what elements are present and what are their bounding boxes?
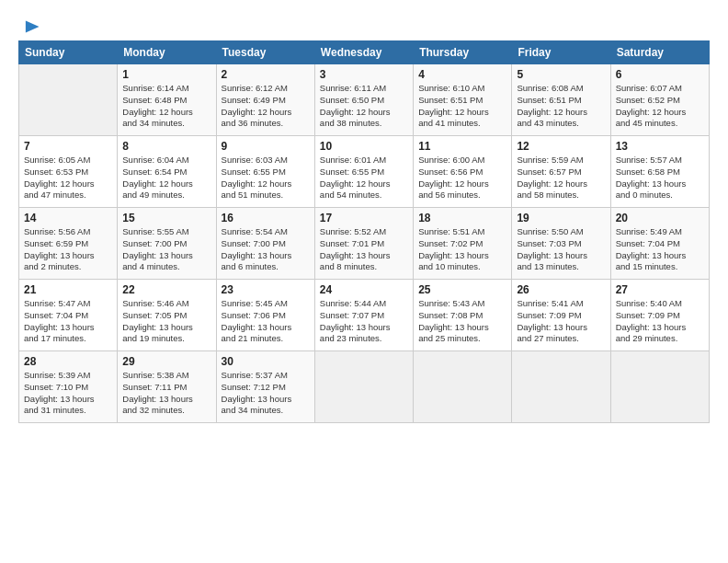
calendar-cell: 21Sunrise: 5:47 AM Sunset: 7:04 PM Dayli…: [19, 280, 118, 351]
calendar-cell: 8Sunrise: 6:04 AM Sunset: 6:54 PM Daylig…: [118, 136, 216, 208]
calendar-cell: 1Sunrise: 6:14 AM Sunset: 6:48 PM Daylig…: [118, 64, 216, 136]
day-number: 30: [222, 355, 310, 368]
day-info: Sunrise: 5:50 AM Sunset: 7:03 PM Dayligh…: [517, 226, 605, 273]
day-number: 26: [517, 283, 605, 296]
svg-marker-0: [26, 20, 40, 32]
day-number: 15: [122, 212, 210, 224]
day-info: Sunrise: 5:55 AM Sunset: 7:00 PM Dayligh…: [122, 226, 210, 273]
calendar-cell: 23Sunrise: 5:45 AM Sunset: 7:06 PM Dayli…: [216, 280, 314, 351]
day-number: 10: [320, 140, 408, 153]
day-info: Sunrise: 6:05 AM Sunset: 6:53 PM Dayligh…: [24, 155, 112, 201]
day-number: 1: [122, 68, 210, 81]
calendar-cell: 27Sunrise: 5:40 AM Sunset: 7:09 PM Dayli…: [610, 280, 709, 351]
calendar-cell: 9Sunrise: 6:03 AM Sunset: 6:55 PM Daylig…: [216, 136, 314, 208]
day-number: 8: [122, 140, 210, 153]
day-info: Sunrise: 5:57 AM Sunset: 6:58 PM Dayligh…: [616, 155, 704, 201]
day-info: Sunrise: 5:44 AM Sunset: 7:07 PM Dayligh…: [320, 298, 408, 345]
day-number: 14: [24, 212, 112, 224]
day-number: 21: [24, 283, 112, 296]
day-info: Sunrise: 5:54 AM Sunset: 7:00 PM Dayligh…: [222, 226, 310, 273]
day-info: Sunrise: 6:11 AM Sunset: 6:50 PM Dayligh…: [320, 83, 408, 130]
calendar-table: SundayMondayTuesdayWednesdayThursdayFrid…: [18, 40, 710, 423]
day-info: Sunrise: 5:47 AM Sunset: 7:04 PM Dayligh…: [24, 298, 112, 345]
day-number: 4: [418, 68, 506, 81]
page: SundayMondayTuesdayWednesdayThursdayFrid…: [0, 0, 728, 432]
day-info: Sunrise: 6:07 AM Sunset: 6:52 PM Dayligh…: [616, 83, 704, 130]
calendar-cell: 30Sunrise: 5:37 AM Sunset: 7:12 PM Dayli…: [216, 351, 314, 423]
day-header-wednesday: Wednesday: [314, 41, 413, 64]
day-number: 2: [222, 68, 310, 81]
calendar-cell: [414, 351, 512, 423]
day-info: Sunrise: 6:03 AM Sunset: 6:55 PM Dayligh…: [222, 155, 310, 201]
day-number: 5: [517, 68, 605, 81]
day-number: 17: [320, 212, 408, 224]
calendar-cell: 19Sunrise: 5:50 AM Sunset: 7:03 PM Dayli…: [512, 208, 610, 280]
calendar-cell: 29Sunrise: 5:38 AM Sunset: 7:11 PM Dayli…: [118, 351, 216, 423]
day-info: Sunrise: 6:08 AM Sunset: 6:51 PM Dayligh…: [517, 83, 605, 130]
day-info: Sunrise: 5:49 AM Sunset: 7:04 PM Dayligh…: [616, 226, 704, 273]
calendar-cell: [610, 351, 709, 423]
calendar-cell: 24Sunrise: 5:44 AM Sunset: 7:07 PM Dayli…: [314, 280, 413, 351]
day-info: Sunrise: 6:12 AM Sunset: 6:49 PM Dayligh…: [222, 83, 310, 130]
day-header-tuesday: Tuesday: [216, 41, 314, 64]
calendar-cell: 3Sunrise: 6:11 AM Sunset: 6:50 PM Daylig…: [314, 64, 413, 136]
day-number: 16: [222, 212, 310, 224]
day-number: 25: [418, 283, 506, 296]
day-number: 3: [320, 68, 408, 81]
day-number: 24: [320, 283, 408, 296]
day-info: Sunrise: 6:10 AM Sunset: 6:51 PM Dayligh…: [418, 83, 506, 130]
day-info: Sunrise: 6:00 AM Sunset: 6:56 PM Dayligh…: [418, 155, 506, 201]
day-info: Sunrise: 6:14 AM Sunset: 6:48 PM Dayligh…: [122, 83, 210, 130]
calendar-cell: 20Sunrise: 5:49 AM Sunset: 7:04 PM Dayli…: [610, 208, 709, 280]
calendar-cell: 7Sunrise: 6:05 AM Sunset: 6:53 PM Daylig…: [19, 136, 118, 208]
logo: [18, 17, 40, 33]
day-info: Sunrise: 6:04 AM Sunset: 6:54 PM Dayligh…: [122, 155, 210, 201]
day-header-saturday: Saturday: [610, 41, 709, 64]
calendar-cell: 4Sunrise: 6:10 AM Sunset: 6:51 PM Daylig…: [414, 64, 512, 136]
calendar-cell: 28Sunrise: 5:39 AM Sunset: 7:10 PM Dayli…: [19, 351, 118, 423]
day-header-thursday: Thursday: [414, 41, 512, 64]
day-info: Sunrise: 5:43 AM Sunset: 7:08 PM Dayligh…: [418, 298, 506, 345]
calendar-cell: 25Sunrise: 5:43 AM Sunset: 7:08 PM Dayli…: [414, 280, 512, 351]
day-number: 9: [222, 140, 310, 153]
calendar-cell: 6Sunrise: 6:07 AM Sunset: 6:52 PM Daylig…: [610, 64, 709, 136]
day-info: Sunrise: 5:41 AM Sunset: 7:09 PM Dayligh…: [517, 298, 605, 345]
calendar-cell: 10Sunrise: 6:01 AM Sunset: 6:55 PM Dayli…: [314, 136, 413, 208]
day-info: Sunrise: 5:51 AM Sunset: 7:02 PM Dayligh…: [418, 226, 506, 273]
logo-icon: [20, 17, 40, 37]
day-number: 19: [517, 212, 605, 224]
day-info: Sunrise: 5:56 AM Sunset: 6:59 PM Dayligh…: [24, 226, 112, 273]
calendar-cell: 17Sunrise: 5:52 AM Sunset: 7:01 PM Dayli…: [314, 208, 413, 280]
calendar-cell: [512, 351, 610, 423]
day-number: 12: [517, 140, 605, 153]
day-number: 28: [24, 355, 112, 368]
calendar-cell: 12Sunrise: 5:59 AM Sunset: 6:57 PM Dayli…: [512, 136, 610, 208]
day-header-monday: Monday: [118, 41, 216, 64]
day-info: Sunrise: 5:45 AM Sunset: 7:06 PM Dayligh…: [222, 298, 310, 345]
day-info: Sunrise: 5:39 AM Sunset: 7:10 PM Dayligh…: [24, 370, 112, 417]
calendar-cell: [314, 351, 413, 423]
day-info: Sunrise: 5:37 AM Sunset: 7:12 PM Dayligh…: [222, 370, 310, 417]
day-number: 18: [418, 212, 506, 224]
calendar-cell: 26Sunrise: 5:41 AM Sunset: 7:09 PM Dayli…: [512, 280, 610, 351]
day-header-sunday: Sunday: [19, 41, 118, 64]
calendar-cell: 5Sunrise: 6:08 AM Sunset: 6:51 PM Daylig…: [512, 64, 610, 136]
calendar-cell: 14Sunrise: 5:56 AM Sunset: 6:59 PM Dayli…: [19, 208, 118, 280]
day-info: Sunrise: 5:38 AM Sunset: 7:11 PM Dayligh…: [122, 370, 210, 417]
calendar-cell: 2Sunrise: 6:12 AM Sunset: 6:49 PM Daylig…: [216, 64, 314, 136]
day-number: 23: [222, 283, 310, 296]
day-number: 6: [616, 68, 704, 81]
day-header-friday: Friday: [512, 41, 610, 64]
day-number: 22: [122, 283, 210, 296]
calendar-cell: 13Sunrise: 5:57 AM Sunset: 6:58 PM Dayli…: [610, 136, 709, 208]
calendar-cell: 18Sunrise: 5:51 AM Sunset: 7:02 PM Dayli…: [414, 208, 512, 280]
day-info: Sunrise: 5:52 AM Sunset: 7:01 PM Dayligh…: [320, 226, 408, 273]
day-number: 11: [418, 140, 506, 153]
day-number: 20: [616, 212, 704, 224]
day-info: Sunrise: 5:59 AM Sunset: 6:57 PM Dayligh…: [517, 155, 605, 201]
day-info: Sunrise: 6:01 AM Sunset: 6:55 PM Dayligh…: [320, 155, 408, 201]
calendar-cell: 16Sunrise: 5:54 AM Sunset: 7:00 PM Dayli…: [216, 208, 314, 280]
header: [18, 17, 710, 33]
day-info: Sunrise: 5:40 AM Sunset: 7:09 PM Dayligh…: [616, 298, 704, 345]
day-number: 27: [616, 283, 704, 296]
